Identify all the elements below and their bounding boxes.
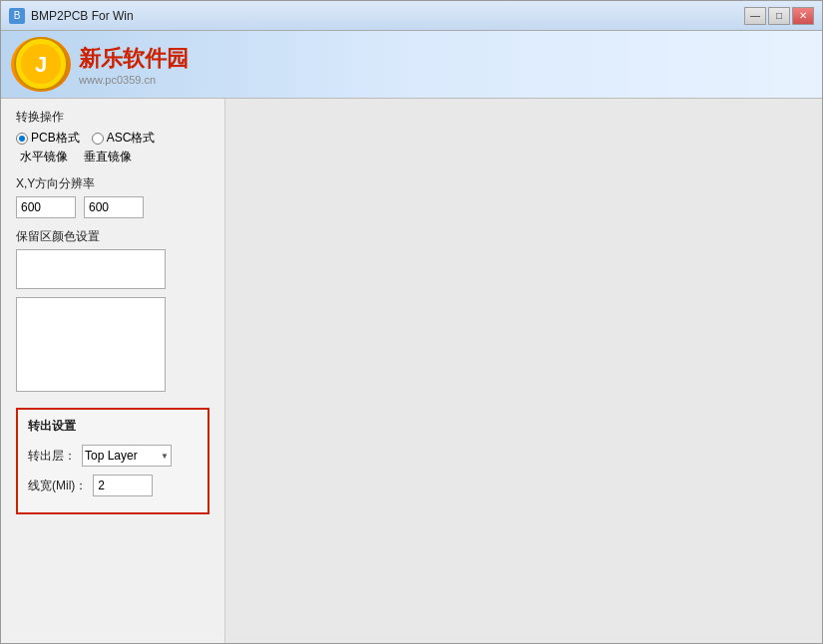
color-box-large[interactable] (16, 297, 166, 392)
output-title: 转出设置 (28, 418, 198, 435)
banner: J 新乐软件园 www.pc0359.cn (1, 31, 822, 99)
maximize-button[interactable]: □ (768, 7, 790, 25)
pcb-format-label: PCB格式 (31, 130, 80, 147)
color-section: 保留区颜色设置 (16, 228, 209, 392)
minimize-button[interactable]: — (744, 7, 766, 25)
asc-format-label: ASC格式 (107, 130, 156, 147)
mirror-group: 水平镜像 垂直镜像 (20, 149, 209, 165)
pcb-radio-circle[interactable] (16, 133, 28, 145)
y-resolution-input[interactable] (84, 196, 144, 218)
output-settings-box: 转出设置 转出层： Top Layer ▼ 线宽(Mil)： (16, 408, 209, 514)
app-icon: B (9, 8, 25, 24)
title-bar-left: B BMP2PCB For Win (9, 8, 134, 24)
title-bar: B BMP2PCB For Win — □ ✕ (1, 1, 822, 31)
convert-label: 转换操作 (16, 109, 209, 126)
convert-section: 转换操作 PCB格式 ASC格式 水平镜像 垂直镜像 (16, 109, 209, 165)
banner-text: 新乐软件园 www.pc0359.cn (79, 44, 189, 86)
select-arrow-icon: ▼ (161, 452, 169, 461)
banner-title: 新乐软件园 (79, 44, 189, 74)
banner-logo: J (11, 37, 71, 92)
format-radio-group: PCB格式 ASC格式 (16, 130, 209, 147)
asc-radio-circle[interactable] (92, 133, 104, 145)
resolution-inputs (16, 196, 209, 218)
horizontal-mirror-label[interactable]: 水平镜像 (20, 149, 68, 165)
main-window: B BMP2PCB For Win — □ ✕ J 新乐软件园 www.pc03… (0, 0, 823, 644)
color-box-small[interactable] (16, 249, 166, 289)
linewidth-row: 线宽(Mil)： (28, 475, 198, 496)
resolution-label: X,Y方向分辨率 (16, 175, 209, 192)
banner-subtitle: www.pc0359.cn (79, 74, 189, 86)
window-controls: — □ ✕ (744, 7, 814, 25)
vertical-mirror-label[interactable]: 垂直镜像 (84, 149, 132, 165)
main-content: 转换操作 PCB格式 ASC格式 水平镜像 垂直镜像 (1, 99, 822, 643)
layer-label: 转出层： (28, 448, 76, 465)
svg-text:J: J (34, 52, 46, 77)
linewidth-label: 线宽(Mil)： (28, 478, 87, 494)
close-button[interactable]: ✕ (792, 7, 814, 25)
x-resolution-input[interactable] (16, 196, 76, 218)
layer-select[interactable]: Top Layer ▼ (82, 445, 172, 467)
color-label: 保留区颜色设置 (16, 228, 209, 245)
pcb-format-option[interactable]: PCB格式 (16, 130, 80, 147)
asc-format-option[interactable]: ASC格式 (92, 130, 156, 147)
layer-row: 转出层： Top Layer ▼ (28, 445, 198, 467)
left-panel: 转换操作 PCB格式 ASC格式 水平镜像 垂直镜像 (1, 99, 225, 643)
linewidth-input[interactable] (93, 475, 153, 496)
right-panel (225, 99, 822, 643)
layer-value: Top Layer (85, 449, 138, 463)
window-title: BMP2PCB For Win (31, 9, 134, 23)
resolution-section: X,Y方向分辨率 (16, 175, 209, 218)
